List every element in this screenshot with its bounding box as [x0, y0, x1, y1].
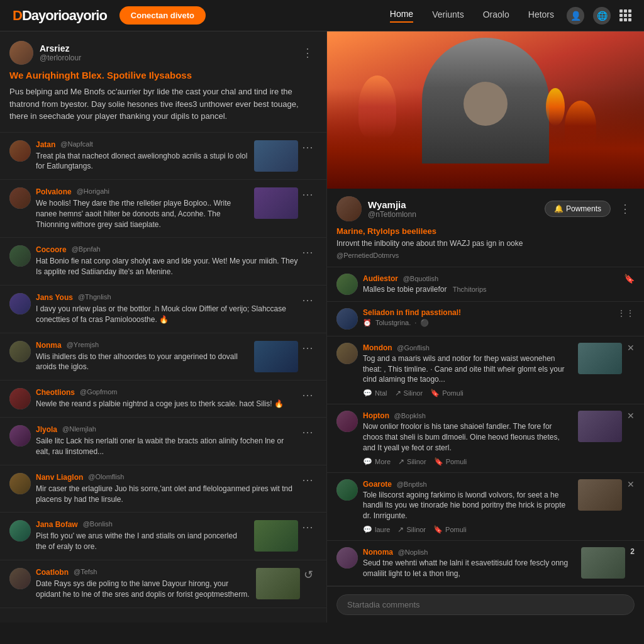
action-silinor2[interactable]: ↗ Silinor: [397, 525, 426, 534]
feed-item[interactable]: Jana Bofaw @Bonlish Pist flo you' we aru…: [0, 513, 326, 560]
feed-item[interactable]: Cheotlions @Gopfmom Newle the reand s pl…: [0, 380, 326, 418]
avatar: [9, 245, 31, 267]
feed-author: Nonma: [36, 341, 62, 350]
feed-item[interactable]: Polvalone @Horigahi We hoolis! They dare…: [0, 180, 326, 238]
more3-icon[interactable]: ✕: [627, 479, 635, 489]
feed-more-button[interactable]: ⋯: [298, 425, 317, 439]
feed-more-button[interactable]: ⋯: [298, 388, 317, 402]
feed-handle: @Tefsh: [74, 568, 97, 575]
feed-content: Jlyola @Nlemjlah Saile litc Lack his ner…: [36, 425, 298, 457]
feed-item[interactable]: Nonma @Yremjsh Wlis ihidlers dis to ther…: [0, 333, 326, 381]
hero-placeholder: [327, 31, 644, 189]
right-feed-actions: 💬 More ↗ Silinor 🔖 Pomuli: [363, 457, 573, 466]
profile-avatar: [336, 196, 362, 221]
chat3-icon: 💬: [363, 525, 372, 534]
feed-text: I davy you nrlew plas or the bottlor .h …: [36, 304, 298, 325]
post-more-button[interactable]: ⋮: [298, 46, 317, 60]
right-feed-item[interactable]: Hopton @Bopklsh Now onlior froolor is hi…: [327, 404, 644, 472]
apps-icon[interactable]: [619, 9, 631, 21]
feed-item[interactable]: Nanv Liaglon @Olomflish Mir caser the er…: [0, 465, 326, 513]
feed-more-button[interactable]: ↺: [300, 568, 317, 582]
right-feed-item[interactable]: Audiestor @Bquotlish Malles be tobie pra…: [327, 267, 644, 302]
feed-handle: @Gopfmom: [80, 388, 117, 396]
feed-more-button[interactable]: ⋯: [298, 473, 317, 487]
more2-icon[interactable]: ✕: [627, 411, 635, 421]
action-silinor[interactable]: ↗ Silinor: [398, 457, 426, 466]
feed-text: Mir caser the erlagliure Juo his sorre,'…: [36, 484, 298, 505]
feed-more-button[interactable]: ⋯: [298, 520, 317, 534]
right-feed-item[interactable]: Mondon @Gonflish Tog and a maaris wils a…: [327, 336, 644, 404]
profile-row: Wyamjia @nTetlomlonn 🔔 Powments ⋮: [336, 196, 635, 221]
feed-more-button[interactable]: ⋯: [298, 245, 317, 259]
feed-handle: @Olomflish: [88, 473, 124, 480]
nav-oraolo[interactable]: Oraolo: [483, 9, 509, 22]
action-more[interactable]: 💬 More: [363, 457, 391, 466]
feed-author: Cheotlions: [36, 388, 75, 397]
top-post-avatar: [9, 41, 33, 65]
avatar: [9, 293, 31, 314]
action-pomuli[interactable]: 🔖 Pomuli: [430, 389, 464, 397]
right-feed-content: Seliadon in find passtional! ⏰ Tolustgri…: [363, 308, 612, 327]
feed-item[interactable]: Coatlobn @Tefsh Date Rays sys die poling…: [0, 560, 326, 608]
nav-veriunts[interactable]: Veriunts: [432, 9, 464, 22]
nav-hetors[interactable]: Hetors: [528, 9, 554, 22]
feed-handle: @Yremjsh: [67, 341, 99, 348]
action-ntal[interactable]: 💬 Ntal: [363, 389, 387, 397]
feed-author: Jans Yous: [36, 293, 73, 302]
profile-icon[interactable]: 👤: [567, 7, 584, 25]
right-feed-handle: @Gonflish: [397, 344, 430, 352]
action-laure[interactable]: 💬 laure: [363, 525, 390, 534]
feed-more-button[interactable]: ⋯: [298, 293, 317, 307]
feed-text: Newle the reand s plalbie nightnd a coge…: [36, 399, 298, 409]
feed-more-button[interactable]: ⋯: [298, 140, 317, 154]
feed-item[interactable]: Jans Yous @Thgnlish I davy you nrlew pla…: [0, 286, 326, 333]
right-feed-handle: @Bquotlish: [403, 275, 438, 282]
right-feed-actions: 💬 laure ↗ Silinor 🔖 Pomuli: [363, 525, 573, 534]
feed-item[interactable]: Jlyola @Nlemjlah Saile litc Lack his ner…: [0, 418, 326, 465]
avatar: [9, 568, 31, 589]
feed-item[interactable]: Cocoore @Bpnfah Hat Bonio fie nat conp o…: [0, 238, 326, 286]
more-icon[interactable]: ✕: [627, 343, 635, 353]
bookmark-icon[interactable]: 🔖: [624, 274, 635, 284]
follow-button[interactable]: 🔔 Powments: [545, 201, 611, 217]
post-meta: Arsriez @terlorolour: [40, 43, 298, 62]
feed-content: Jana Bofaw @Bonlish Pist flo you' we aru…: [36, 520, 249, 552]
right-feed-thumbnail: [578, 343, 622, 374]
action-pomuli[interactable]: 🔖 Pomuli: [434, 457, 467, 466]
feed-more-button[interactable]: ⋯: [298, 341, 317, 355]
right-feed-content: Mondon @Gonflish Tog and a maaris wils a…: [363, 343, 573, 397]
right-feed-text: Malles be tobie pravilefor Thchitorips: [363, 284, 619, 295]
avatar: [336, 308, 358, 330]
right-feed-thumbnail: [581, 547, 625, 579]
comment-input[interactable]: [336, 594, 635, 615]
cta-button[interactable]: Conectan diveto: [119, 6, 206, 25]
right-feed-content: Nonoma @Noplish Seud tne wehnti whatt he…: [363, 547, 576, 579]
feed-item[interactable]: Jatan @Napfcalt Treat pla that nacheot d…: [0, 133, 326, 180]
share-icon: ↗: [395, 389, 401, 397]
profile-more-button[interactable]: ⋮: [616, 202, 635, 216]
feed-thumbnail: [256, 568, 300, 599]
right-feed-item[interactable]: Seliadon in find passtional! ⏰ Tolustgri…: [327, 302, 644, 336]
right-feed-item[interactable]: Nonoma @Noplish Seud tne wehnti whatt he…: [327, 541, 644, 586]
globe-icon[interactable]: 🌐: [593, 7, 611, 25]
follow-icon: 🔔: [554, 204, 564, 213]
grid-options-icon[interactable]: ⋮⋮: [617, 308, 635, 318]
feed-more-button[interactable]: ⋯: [298, 187, 317, 201]
avatar: [9, 473, 31, 494]
right-feed-content: Audiestor @Bquotlish Malles be tobie pra…: [363, 274, 619, 295]
feed-content: Cocoore @Bpnfah Hat Bonio fie nat conp o…: [36, 245, 298, 277]
profile-section: Wyamjia @nTetlomlonn 🔔 Powments ⋮ Marine…: [327, 189, 644, 267]
action-pomuli2[interactable]: 🔖 Pomuli: [433, 525, 467, 534]
feed-text: Pist flo you' we arus withe the I and st…: [36, 531, 249, 552]
feed-handle: @Bpnfah: [72, 245, 101, 253]
action-silinor[interactable]: ↗ Silinor: [395, 389, 423, 397]
profile-handle: @nTetlomlonn: [368, 210, 538, 219]
bookmark4-icon: 🔖: [433, 525, 443, 534]
feed-content: Polvalone @Horigahi We hoolis! They dare…: [36, 187, 249, 230]
post-title: We Auriqhinght Blex. Spotilive Ilysaboss: [9, 70, 317, 80]
nav-home[interactable]: Home: [390, 9, 413, 23]
right-feed-item[interactable]: Goarote @Bnptlsh Tole lilscorst agoing f…: [327, 473, 644, 541]
chat2-icon: 💬: [363, 457, 372, 466]
right-feed-text: Seud tne wehnti whatt he lalni it esavet…: [363, 558, 576, 579]
top-post: Arsriez @terlorolour ⋮ We Auriqhinght Bl…: [0, 31, 326, 133]
